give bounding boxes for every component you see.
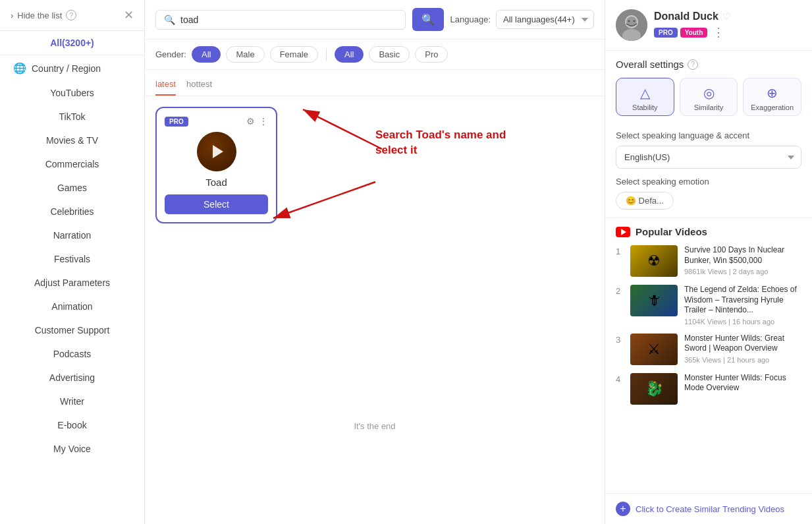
sidebar-item-ebook[interactable]: E-book [0, 413, 144, 437]
zelda-icon: 🗡 [647, 292, 661, 309]
hide-list-btn[interactable]: › Hide the list ? ✕ [0, 0, 144, 31]
user-badges: PRO Youth ⋮ [654, 25, 801, 40]
svg-point-7 [628, 20, 630, 22]
voice-grid-area: PRO ⚙ ⋮ Toad Select [145, 96, 605, 524]
video-thumb-3: ⚔ [630, 334, 678, 365]
sidebar-nav: YouTubers TikTok Movies & TV Commercials… [0, 81, 144, 461]
plus-icon: + [616, 502, 630, 516]
select-voice-button[interactable]: Select [165, 194, 268, 214]
video-title-3: Monster Hunter Wilds: Great Sword | Weap… [684, 334, 801, 354]
monster2-icon: 🐉 [645, 380, 663, 397]
emotion-title: Select speaking emotion [616, 177, 801, 187]
video-title-1: Survive 100 Days In Nuclear Bunker, Win … [684, 245, 801, 266]
search-input[interactable] [180, 15, 397, 25]
youtube-icon [616, 227, 630, 237]
help-icon[interactable]: ? [66, 10, 76, 20]
all-count-label[interactable]: All(3200+) [0, 31, 144, 55]
close-icon[interactable]: ✕ [124, 8, 134, 22]
emotion-button[interactable]: 😊 Defa... [616, 192, 674, 210]
settings-help-icon[interactable]: ? [688, 59, 698, 70]
video-info-3: Monster Hunter Wilds: Great Sword | Weap… [684, 334, 801, 364]
video-item-3[interactable]: 3 ⚔ Monster Hunter Wilds: Great Sword | … [616, 334, 801, 365]
type-all-btn[interactable]: All [335, 46, 364, 63]
heart-icon[interactable]: ♡ [722, 11, 731, 22]
gear-icon[interactable]: ⚙ [246, 116, 255, 127]
avatar-svg [616, 9, 647, 41]
sidebar-item-narration[interactable]: Narration [0, 223, 144, 247]
sidebar-item-my-voice[interactable]: My Voice [0, 437, 144, 461]
video-item-1[interactable]: 1 ☢ Survive 100 Days In Nuclear Bunker, … [616, 245, 801, 277]
user-info: Donald Duck ♡ PRO Youth ⋮ [654, 11, 801, 40]
user-more-dots[interactable]: ⋮ [713, 25, 724, 40]
gender-female-btn[interactable]: Female [270, 46, 318, 63]
youth-badge-user: Youth [680, 28, 708, 38]
similarity-card[interactable]: ◎ Similarity [680, 78, 738, 116]
more-icon[interactable]: ⋮ [259, 116, 268, 127]
avatar [616, 9, 647, 41]
card-actions: ⚙ ⋮ [246, 116, 268, 127]
video-meta-2: 1104K Views | 16 hours ago [684, 318, 801, 326]
sidebar-item-games[interactable]: Games [0, 176, 144, 200]
sidebar-item-adjust-parameters[interactable]: Adjust Parameters [0, 271, 144, 295]
sidebar-item-advertising[interactable]: Advertising [0, 366, 144, 390]
language-accent-section: Select speaking language & accent Englis… [605, 131, 812, 177]
sidebar-item-commercials[interactable]: Commercials [0, 152, 144, 176]
annotation-text: Search Toad's name and select it [375, 128, 520, 158]
similarity-label: Similarity [694, 103, 724, 111]
search-icon: 🔍 [164, 15, 175, 25]
sidebar-item-animation[interactable]: Animation [0, 295, 144, 318]
language-select[interactable]: All languages(44+) [496, 10, 594, 29]
tab-latest[interactable]: latest [155, 76, 176, 96]
exaggeration-card[interactable]: ⊕ Exaggeration [743, 78, 801, 116]
user-name-row: Donald Duck ♡ [654, 11, 801, 22]
video-info-1: Survive 100 Days In Nuclear Bunker, Win … [684, 245, 801, 276]
sidebar-item-podcasts[interactable]: Podcasts [0, 342, 144, 366]
sidebar-item-movies-tv[interactable]: Movies & TV [0, 129, 144, 152]
stability-label: Stability [632, 103, 658, 111]
create-trending-cta[interactable]: + Click to Create Similar Trending Video… [605, 493, 812, 524]
pro-badge: PRO [165, 117, 188, 127]
user-profile: Donald Duck ♡ PRO Youth ⋮ [605, 0, 812, 51]
svg-line-1 [303, 109, 382, 149]
voice-card-header: PRO ⚙ ⋮ [165, 116, 268, 127]
language-accent-select[interactable]: English(US) [616, 146, 801, 169]
sidebar-item-writer[interactable]: Writer [0, 390, 144, 413]
sidebar-item-tiktok[interactable]: TikTok [0, 105, 144, 129]
sidebar-item-celebrities[interactable]: Celebrities [0, 200, 144, 223]
play-triangle-icon [213, 145, 223, 158]
gender-male-btn[interactable]: Male [226, 46, 264, 63]
video-thumb-1: ☢ [630, 245, 678, 277]
voice-card-toad: PRO ⚙ ⋮ Toad Select [155, 107, 277, 223]
video-info-4: Monster Hunter Wilds: Focus Mode Overvie… [684, 373, 801, 395]
sidebar-item-country-region[interactable]: 🌐 Country / Region [0, 55, 144, 81]
type-pro-btn[interactable]: Pro [415, 46, 448, 63]
chevron-right-icon: › [11, 11, 13, 20]
video-title-2: The Legend of Zelda: Echoes of Wisdom – … [684, 285, 801, 316]
stability-card[interactable]: △ Stability [616, 78, 674, 116]
search-button[interactable]: 🔍 [412, 8, 444, 31]
gender-filter-label: Gender: [155, 49, 186, 59]
pro-badge-user: PRO [654, 28, 678, 38]
voice-name: Toad [165, 177, 268, 188]
user-name: Donald Duck [654, 11, 718, 22]
sidebar-item-youtubers[interactable]: YouTubers [0, 81, 144, 105]
type-basic-btn[interactable]: Basic [369, 46, 410, 63]
video-num-1: 1 [616, 245, 624, 256]
video-meta-3: 365k Views | 21 hours ago [684, 356, 801, 364]
voice-avatar[interactable] [197, 132, 236, 171]
popular-videos-section: Popular Videos 1 ☢ Survive 100 Days In N… [605, 218, 812, 421]
sidebar-item-festivals[interactable]: Festivals [0, 247, 144, 271]
right-panel: Donald Duck ♡ PRO Youth ⋮ Overall settin… [605, 0, 812, 524]
similarity-icon: ◎ [703, 85, 715, 101]
video-thumb-2: 🗡 [630, 285, 678, 316]
settings-icons-row: △ Stability ◎ Similarity ⊕ Exaggeration [616, 78, 801, 116]
end-text: It's the end [155, 421, 594, 431]
play-overlay [197, 132, 236, 171]
sidebar-item-customer-support[interactable]: Customer Support [0, 318, 144, 342]
tab-hottest[interactable]: hottest [186, 76, 212, 96]
gender-all-btn[interactable]: All [192, 46, 221, 63]
video-item-2[interactable]: 2 🗡 The Legend of Zelda: Echoes of Wisdo… [616, 285, 801, 326]
video-title-4: Monster Hunter Wilds: Focus Mode Overvie… [684, 373, 801, 393]
stability-icon: △ [640, 85, 650, 101]
video-item-4[interactable]: 4 🐉 Monster Hunter Wilds: Focus Mode Ove… [616, 373, 801, 405]
